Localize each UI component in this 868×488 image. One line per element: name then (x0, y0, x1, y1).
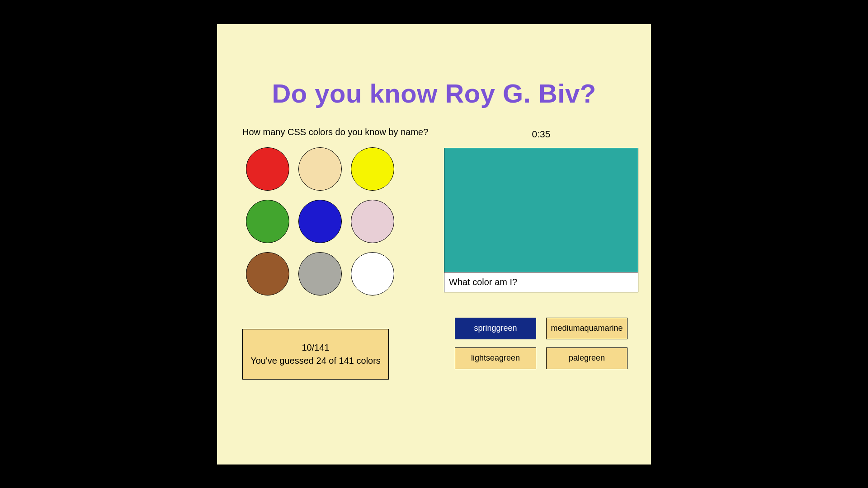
page-title: Do you know Roy G. Biv? (217, 78, 651, 108)
swatch-circle (298, 200, 342, 243)
swatch-grid (246, 147, 450, 296)
game-card: Do you know Roy G. Biv? How many CSS col… (217, 24, 651, 465)
answer-option-3[interactable]: palegreen (546, 347, 627, 369)
answer-option-1[interactable]: mediumaquamarine (546, 318, 627, 339)
question-prompt: What color am I? (444, 272, 638, 292)
score-summary: You've guessed 24 of 141 colors (248, 354, 383, 367)
answer-grid: springgreen mediumaquamarine lightseagre… (444, 318, 638, 369)
score-box: 10/141 You've guessed 24 of 141 colors (242, 329, 389, 380)
question-panel: What color am I? (444, 148, 638, 292)
answer-option-2[interactable]: lightseagreen (455, 347, 536, 369)
question-swatch (444, 148, 638, 272)
answer-option-0[interactable]: springgreen (455, 318, 536, 339)
right-column: 0:35 What color am I? springgreen medium… (444, 127, 638, 369)
timer: 0:35 (444, 129, 638, 140)
swatch-circle (351, 200, 394, 243)
swatch-circle (298, 252, 342, 296)
swatch-circle (298, 147, 342, 191)
score-progress: 10/141 (248, 341, 383, 354)
swatch-circle (246, 147, 289, 191)
swatch-circle (246, 200, 289, 243)
swatch-circle (351, 147, 394, 191)
swatch-circle (246, 252, 289, 296)
left-column: How many CSS colors do you know by name?… (242, 127, 450, 380)
subtitle: How many CSS colors do you know by name? (242, 127, 450, 137)
swatch-circle (351, 252, 394, 296)
